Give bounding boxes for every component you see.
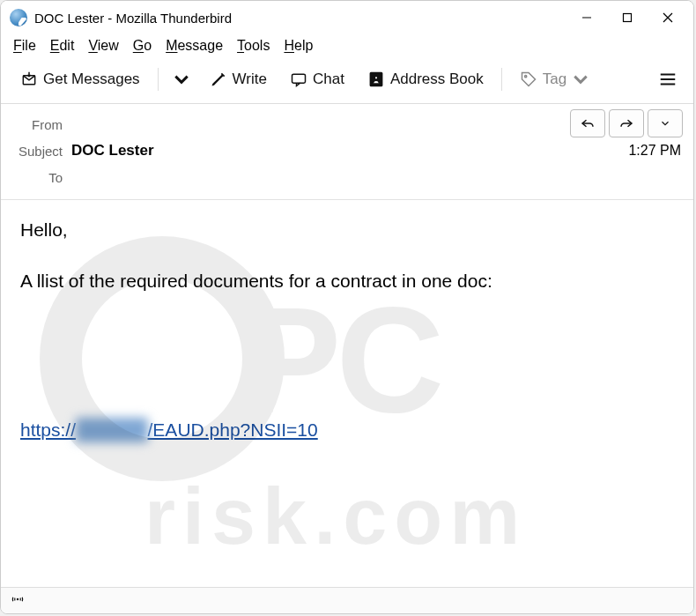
svg-point-13 [17, 598, 19, 600]
link-suffix: /EAUD.php?NSII=10 [148, 419, 318, 440]
statusbar [1, 587, 693, 613]
menubar: File Edit View Go Message Tools Help [1, 34, 693, 59]
more-actions-button[interactable] [648, 109, 683, 137]
thunderbird-icon [10, 9, 27, 26]
chat-icon [290, 71, 307, 88]
pencil-icon [210, 71, 227, 88]
svg-rect-5 [292, 74, 305, 83]
separator [501, 68, 502, 91]
chat-button[interactable]: Chat [281, 65, 353, 93]
link-prefix: https:// [20, 419, 76, 440]
toolbar: Get Messages Write Chat Address Book Tag [1, 59, 693, 104]
get-messages-button[interactable]: Get Messages [11, 65, 149, 93]
tag-button[interactable]: Tag [511, 65, 598, 93]
menu-message[interactable]: Message [166, 38, 223, 54]
menu-edit[interactable]: Edit [50, 38, 75, 54]
watermark-bottom: risk.com [144, 472, 527, 560]
subject-value: DOC Lester [71, 142, 154, 160]
tag-icon [520, 71, 537, 88]
window-title: DOC Lester - Mozilla Thunderbird [34, 11, 232, 26]
subject-label: Subject [8, 144, 71, 159]
write-label: Write [233, 71, 267, 88]
chevron-down-icon [173, 71, 190, 88]
separator [158, 68, 159, 91]
svg-point-8 [524, 76, 526, 78]
chat-label: Chat [313, 71, 344, 88]
link-hidden: xxxxxxx [76, 418, 148, 442]
minimize-button[interactable] [566, 4, 607, 32]
menu-help[interactable]: Help [284, 38, 313, 54]
inbox-download-icon [20, 71, 38, 88]
forward-button[interactable] [609, 109, 644, 137]
address-book-icon [367, 71, 385, 88]
message-time: 1:27 PM [628, 143, 681, 159]
app-menu-button[interactable] [651, 64, 685, 94]
titlebar: DOC Lester - Mozilla Thunderbird [1, 1, 693, 34]
message-body: Hello, A llist of the required documents… [1, 200, 693, 587]
forward-icon [618, 115, 634, 131]
tag-label: Tag [543, 71, 566, 88]
from-label: From [8, 117, 71, 132]
body-line1: A llist of the required documents for a … [20, 269, 674, 293]
menu-go[interactable]: Go [133, 38, 152, 54]
address-book-label: Address Book [390, 71, 484, 88]
reply-button[interactable] [570, 109, 605, 137]
close-button[interactable] [648, 4, 688, 32]
reply-icon [580, 115, 596, 131]
hamburger-icon [658, 70, 677, 89]
address-book-button[interactable]: Address Book [359, 65, 492, 93]
menu-tools[interactable]: Tools [237, 38, 270, 54]
status-online-icon[interactable] [10, 591, 26, 610]
get-messages-label: Get Messages [43, 71, 140, 88]
message-headers: From Subject DOC Lester 1:27 PM To [1, 104, 693, 200]
get-messages-dropdown[interactable] [167, 65, 196, 93]
maximize-button[interactable] [607, 4, 648, 32]
body-link[interactable]: https://xxxxxxx/EAUD.php?NSII=10 [20, 419, 318, 440]
menu-view[interactable]: View [88, 38, 118, 54]
svg-point-7 [374, 77, 378, 80]
menu-file[interactable]: File [13, 38, 36, 54]
body-greeting: Hello, [20, 218, 674, 242]
write-button[interactable]: Write [201, 65, 276, 93]
to-label: To [8, 170, 71, 185]
svg-rect-1 [624, 14, 632, 22]
chevron-down-icon [659, 117, 671, 130]
chevron-down-icon [572, 71, 589, 88]
